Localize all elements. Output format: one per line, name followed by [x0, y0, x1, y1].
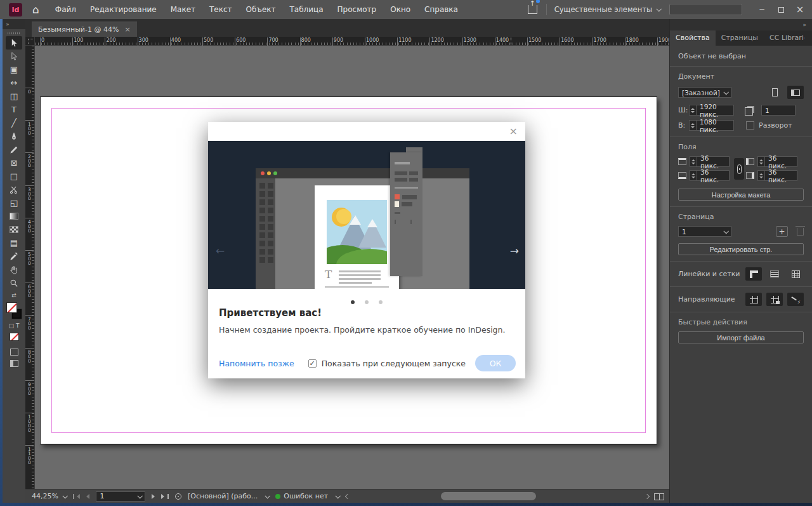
tools-panel-grip[interactable]: [8, 32, 20, 34]
scrollbar-thumb[interactable]: [441, 492, 536, 500]
menu-item-6[interactable]: Таблица: [283, 0, 331, 19]
adjust-layout-button[interactable]: Настройка макета: [678, 189, 804, 201]
preflight-icon[interactable]: [175, 493, 181, 500]
previous-page-button[interactable]: [86, 494, 89, 499]
tab-properties[interactable]: Свойства: [670, 30, 716, 46]
menu-item-8[interactable]: Окно: [383, 0, 417, 19]
document-tab[interactable]: Безымянный-1 @ 44% ×: [32, 22, 137, 37]
apply-none-button[interactable]: [10, 333, 19, 341]
scroll-right-arrow[interactable]: [645, 494, 650, 499]
show-rulers-button[interactable]: [745, 267, 762, 281]
workspace-switcher[interactable]: Существенные элементы: [554, 5, 660, 14]
carousel-dot-1[interactable]: [351, 300, 355, 304]
menu-item-1[interactable]: Файл: [48, 0, 83, 19]
dialog-close-icon[interactable]: ×: [509, 126, 518, 136]
home-icon[interactable]: ⌂: [32, 4, 39, 15]
spread-view-icon[interactable]: [654, 493, 664, 500]
selection-tool[interactable]: [6, 36, 22, 50]
add-page-button[interactable]: +: [776, 226, 788, 237]
carousel-dot-3[interactable]: [379, 300, 383, 304]
carousel-dot-2[interactable]: [365, 300, 369, 304]
gradient-feather-tool[interactable]: [6, 223, 22, 236]
free-transform-tool[interactable]: ◱: [6, 196, 22, 210]
share-icon[interactable]: ↑: [528, 5, 537, 14]
margin-bottom-field[interactable]: 36 пикс.: [697, 170, 730, 181]
close-button[interactable]: ×: [790, 3, 809, 17]
last-page-button[interactable]: [161, 494, 169, 499]
page-tool[interactable]: ▣: [6, 63, 22, 76]
scissors-tool[interactable]: [6, 183, 22, 196]
content-collector-tool[interactable]: ◫: [6, 90, 22, 103]
type-tool[interactable]: T: [6, 103, 22, 116]
pencil-tool[interactable]: [6, 143, 22, 156]
menu-item-4[interactable]: Текст: [202, 0, 239, 19]
horizontal-ruler[interactable]: 0100200300400500600700800900100011001200…: [35, 37, 669, 46]
gradient-swatch-tool[interactable]: [6, 210, 22, 223]
note-tool[interactable]: ▤: [6, 236, 22, 250]
scroll-left-arrow[interactable]: [346, 495, 350, 498]
rectangle-tool[interactable]: □: [6, 170, 22, 183]
tab-close-icon[interactable]: ×: [124, 25, 130, 34]
horizontal-scrollbar[interactable]: [396, 492, 634, 500]
facing-pages-checkbox[interactable]: [746, 121, 754, 130]
tab-pages[interactable]: Страницы: [716, 30, 764, 46]
import-file-button[interactable]: Импорт файла: [678, 331, 804, 343]
menu-item-9[interactable]: Справка: [417, 0, 465, 19]
formatting-affects-container-icon[interactable]: □: [8, 323, 14, 329]
margin-bottom-stepper[interactable]: [690, 170, 697, 181]
tab-cc-libraries[interactable]: CC Libraries: [764, 30, 804, 46]
ok-button[interactable]: ОК: [475, 355, 516, 371]
swap-fill-stroke-icon[interactable]: ⇄: [11, 292, 16, 298]
baseline-grid-button[interactable]: [766, 267, 783, 281]
orientation-portrait-button[interactable]: [766, 86, 783, 99]
edit-page-button[interactable]: Редактировать стр.: [678, 243, 804, 255]
paragraph-style-selector[interactable]: [Основной] (рабо...: [188, 492, 269, 500]
orientation-landscape-button[interactable]: [787, 86, 804, 99]
document-grid-button[interactable]: [787, 267, 804, 281]
carousel-prev-icon[interactable]: ←: [216, 244, 225, 257]
preflight-status[interactable]: Ошибок нет: [275, 492, 339, 500]
search-input[interactable]: [669, 4, 742, 15]
delete-page-icon[interactable]: [797, 228, 804, 236]
width-stepper[interactable]: [689, 105, 696, 116]
menu-item-2[interactable]: Редактирование: [83, 0, 164, 19]
margin-outer-stepper[interactable]: [757, 170, 764, 181]
carousel-next-icon[interactable]: →: [510, 244, 519, 257]
margin-inner-stepper[interactable]: [757, 156, 764, 167]
eyedropper-tool[interactable]: [6, 250, 22, 263]
next-page-button[interactable]: [152, 494, 155, 499]
screen-mode-normal-icon[interactable]: [10, 349, 18, 356]
fill-swatch[interactable]: [6, 302, 17, 313]
first-page-button[interactable]: [73, 494, 81, 499]
remind-later-link[interactable]: Напомнить позже: [219, 359, 294, 368]
line-tool[interactable]: ╱: [6, 116, 22, 130]
pen-tool[interactable]: [6, 130, 22, 143]
menu-item-7[interactable]: Просмотр: [331, 0, 384, 19]
ruler-origin[interactable]: [25, 37, 35, 46]
fill-stroke-indicator[interactable]: [6, 302, 22, 319]
width-field[interactable]: 1920 пикс.: [696, 105, 734, 116]
margin-outer-field[interactable]: 36 пикс.: [764, 170, 797, 181]
height-field[interactable]: 1080 пикс.: [696, 120, 734, 131]
screen-mode-preview-icon[interactable]: [10, 360, 18, 367]
page-dropdown[interactable]: 1: [678, 226, 731, 237]
zoom-level[interactable]: 44,25%: [32, 492, 67, 500]
vertical-ruler[interactable]: 010020030040050060070080090010001100: [25, 46, 35, 489]
pages-count-field[interactable]: 1: [761, 105, 796, 116]
smart-guides-button[interactable]: [787, 293, 804, 306]
preset-dropdown[interactable]: [Заказной]: [678, 87, 731, 98]
show-on-startup-checkbox[interactable]: ✓: [308, 359, 317, 368]
gap-tool[interactable]: ↔: [6, 76, 22, 90]
hand-tool[interactable]: [6, 263, 22, 276]
direct-selection-tool[interactable]: [6, 50, 22, 63]
link-margins-icon[interactable]: [734, 158, 744, 180]
height-stepper[interactable]: [689, 120, 696, 131]
dock-collapse[interactable]: »: [670, 19, 812, 30]
margin-top-stepper[interactable]: [690, 156, 697, 167]
menu-item-5[interactable]: Объект: [239, 0, 283, 19]
zoom-tool[interactable]: [6, 276, 22, 290]
formatting-affects-text-icon[interactable]: T: [16, 323, 20, 329]
tools-panel-collapse[interactable]: »: [3, 19, 25, 29]
frame-tool[interactable]: ⊠: [6, 156, 22, 170]
show-guides-button[interactable]: [745, 293, 762, 306]
